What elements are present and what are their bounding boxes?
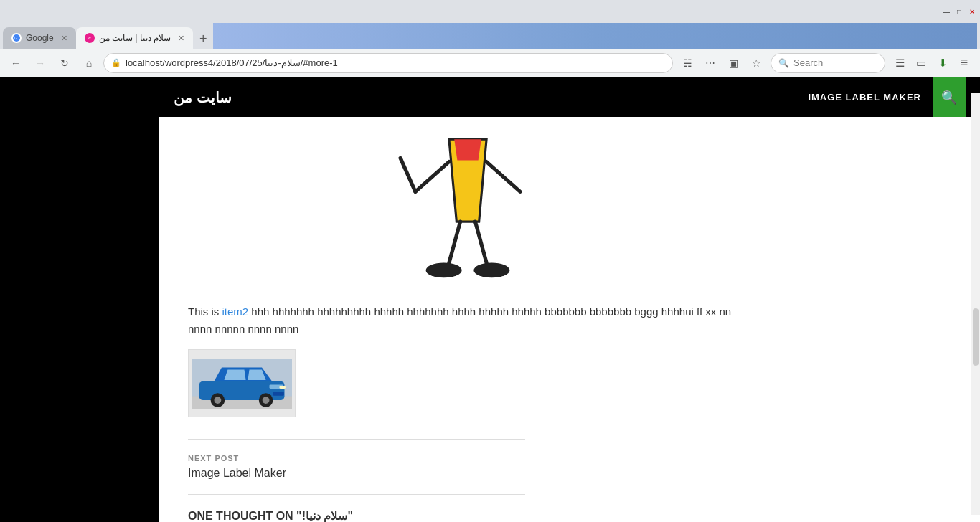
site-wrapper: سایت من IMAGE LABEL MAKER 🔍 [159, 77, 980, 522]
more-button[interactable]: ⋯ [700, 53, 720, 73]
image-label-maker-button[interactable]: IMAGE LABEL MAKER [796, 92, 933, 103]
url-text: localhost/wordpress4/2018/07/25/سلام-دنی… [126, 57, 665, 68]
car-image [188, 349, 296, 417]
car-svg [192, 355, 292, 412]
divider [188, 439, 525, 440]
address-bar: ← → ↻ ⌂ 🔒 localhost/wordpress4/2018/07/2… [0, 49, 980, 77]
page-layout: سایت من IMAGE LABEL MAKER 🔍 [0, 77, 980, 522]
pocket-button[interactable]: ▣ [723, 53, 743, 73]
window-controls: ― □ ✕ [941, 6, 977, 16]
next-post-section: NEXT POST Image Label Maker [188, 454, 748, 480]
home-button[interactable]: ⌂ [79, 53, 99, 73]
scrollbar[interactable] [971, 93, 980, 515]
new-tab-button[interactable]: + [193, 29, 213, 49]
lock-icon: 🔒 [111, 58, 121, 67]
comments-section: ONE THOUGHT ON "!سلام دنیا" [188, 509, 748, 522]
comments-heading-prefix: ONE THOUGHT ON [188, 510, 296, 522]
svg-line-8 [449, 222, 461, 262]
item2-link[interactable]: item2 [222, 305, 249, 318]
search-icon: 🔍 [778, 58, 789, 68]
svg-text:W: W [88, 36, 91, 40]
svg-point-11 [473, 262, 509, 277]
comments-heading-title: "!سلام دنیا" [296, 510, 353, 522]
site-title: سایت من [174, 89, 232, 106]
maximize-button[interactable]: □ [954, 6, 964, 16]
bookmark-button[interactable]: ☆ [746, 53, 766, 73]
svg-rect-21 [273, 392, 283, 396]
toolbar-right: ☰ ▭ ⬇ ≡ [890, 53, 974, 73]
article-text-prefix: This is [188, 305, 222, 318]
address-actions: ☵ ⋯ ▣ ☆ [677, 53, 766, 73]
reload-button[interactable]: ↻ [55, 53, 75, 73]
tab-bar: G Google ✕ W سلام دنیا | سایت من ✕ + [0, 23, 980, 49]
library-button[interactable]: ☰ [890, 53, 910, 73]
url-bar[interactable]: 🔒 localhost/wordpress4/2018/07/25/سلام-د… [103, 53, 673, 73]
article-text-body: hhh hhhhhhh hhhhhhhhh hhhhh hhhhhhh hhhh… [188, 305, 731, 335]
article-text: This is item2 hhh hhhhhhh hhhhhhhhh hhhh… [188, 303, 748, 338]
svg-marker-5 [454, 139, 481, 160]
header-search-button[interactable]: 🔍 [933, 77, 966, 117]
back-button[interactable]: ← [6, 53, 26, 73]
comments-heading: ONE THOUGHT ON "!سلام دنیا" [188, 509, 748, 522]
tab-wordpress-close[interactable]: ✕ [178, 34, 184, 43]
wordpress-favicon: W [85, 33, 95, 43]
browser-window: ― □ ✕ G Google ✕ W سلام دنیا | سایت من ✕… [0, 0, 980, 522]
tab-google-close[interactable]: ✕ [61, 34, 67, 43]
svg-text:G: G [14, 36, 17, 40]
next-post-label: NEXT POST [188, 454, 748, 462]
svg-rect-20 [280, 386, 286, 389]
search-box[interactable]: 🔍 [771, 53, 885, 73]
close-button[interactable]: ✕ [967, 6, 977, 16]
stick-figure-image [389, 117, 547, 289]
next-post-title[interactable]: Image Label Maker [188, 467, 748, 480]
title-bar: ― □ ✕ [0, 0, 980, 23]
sidebar-button[interactable]: ▭ [911, 53, 931, 73]
tab-wordpress-label: سلام دنیا | سایت من [99, 33, 171, 43]
minimize-button[interactable]: ― [941, 6, 951, 16]
scrollbar-thumb[interactable] [973, 308, 979, 366]
svg-line-6 [415, 162, 449, 192]
svg-point-23 [215, 397, 222, 404]
svg-line-9 [475, 222, 486, 262]
tab-google-label: Google [26, 33, 54, 43]
download-button[interactable]: ⬇ [933, 53, 953, 73]
svg-marker-17 [225, 369, 246, 380]
header-search-icon: 🔍 [941, 90, 957, 105]
menu-button[interactable]: ≡ [954, 53, 974, 73]
left-sidebar [0, 77, 159, 522]
svg-line-7 [486, 162, 520, 192]
divider-2 [188, 494, 525, 495]
svg-point-10 [426, 262, 462, 277]
main-content: This is item2 hhh hhhhhhh hhhhhhhhh hhhh… [159, 117, 776, 522]
reader-button[interactable]: ☵ [677, 53, 697, 73]
stick-figure-area [360, 117, 575, 289]
svg-point-25 [263, 397, 270, 404]
svg-line-12 [400, 158, 415, 191]
google-favicon: G [11, 33, 22, 43]
tab-google[interactable]: G Google ✕ [3, 27, 76, 49]
header-right: IMAGE LABEL MAKER 🔍 [796, 77, 966, 117]
site-header: سایت من IMAGE LABEL MAKER 🔍 [159, 77, 980, 117]
tab-wordpress[interactable]: W سلام دنیا | سایت من ✕ [76, 27, 193, 49]
search-input[interactable] [793, 57, 877, 68]
forward-button[interactable]: → [30, 53, 50, 73]
